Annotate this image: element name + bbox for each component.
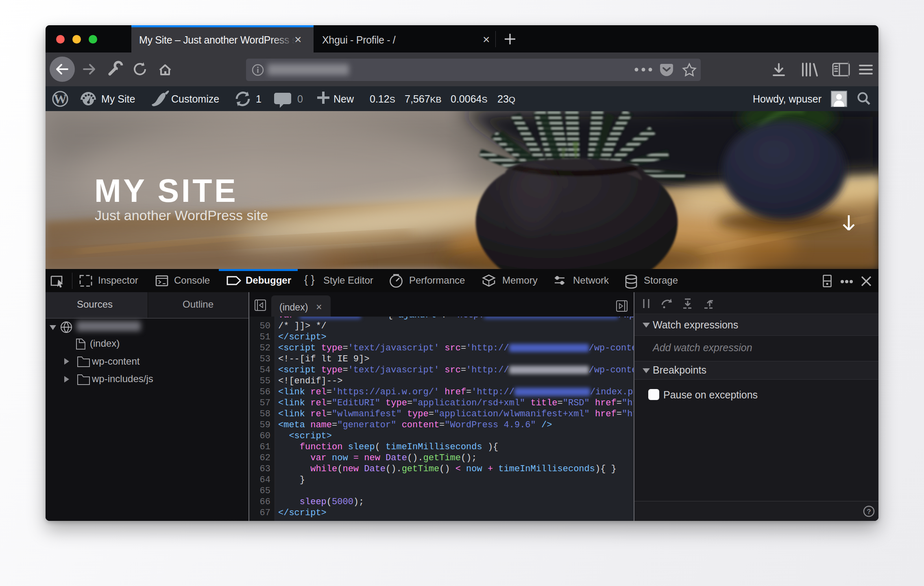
- svg-text:?: ?: [867, 508, 871, 516]
- svg-text:W: W: [54, 92, 67, 106]
